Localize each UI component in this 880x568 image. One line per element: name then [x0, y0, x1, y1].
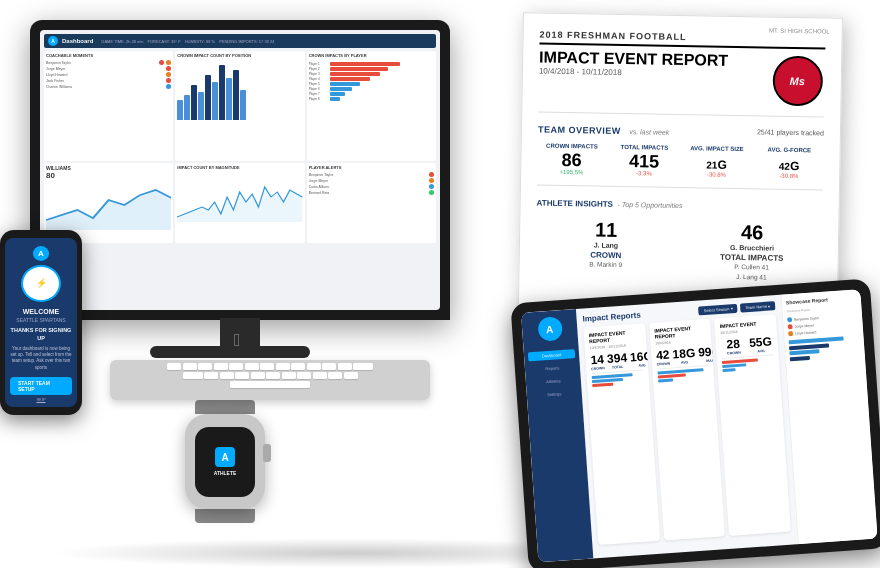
player-name-3: Jack Fisher — [46, 79, 164, 83]
tcard1-stat2: 394 TOTAL — [607, 351, 628, 370]
phone-thanks: THANKS FOR SIGNING UP — [10, 327, 72, 342]
total-insight-name: G. Brucchieri — [682, 243, 822, 252]
report-header-left: IMPACT EVENT REPORT 10/4/2018 - 10/11/20… — [539, 49, 729, 89]
alert-dot-2 — [429, 178, 434, 183]
key — [229, 363, 243, 370]
stat-crown-impacts: CROWN IMPACTS 86 +195.5% — [537, 143, 606, 176]
phone-subtitle: SEATTLE SPARTANS — [16, 317, 65, 324]
player-name-4: Chance Williams — [46, 85, 164, 89]
crown-insight-name: J. Lang — [536, 240, 676, 249]
bar-6 — [212, 82, 218, 120]
player-dot-0b — [166, 60, 171, 65]
player-name-0: Benjamin Taylor — [46, 61, 157, 65]
dashboard: A Dashboard GAME TIME: 2h 38 min FORECAS… — [40, 30, 440, 310]
key — [276, 363, 290, 370]
tablet: A Dashboard Reports Athletes Settings Im… — [510, 277, 880, 568]
player-row-1: Jorge Meyer — [46, 66, 171, 71]
tablet-main: Impact Reports Select Season ▾ Team Name… — [576, 295, 798, 559]
watch-crown-button — [263, 444, 271, 462]
bar-9 — [233, 70, 239, 120]
key — [328, 372, 342, 379]
key — [245, 363, 259, 370]
tcard1-stat2-val: 394 — [607, 351, 628, 366]
tcard3-stat2-val: 55G — [748, 334, 773, 350]
alert-name-1: Benjamin Taylor — [309, 173, 427, 177]
tcard1-date: 10/4/2018 - 10/11/2018 — [590, 343, 642, 351]
team-name-btn[interactable]: Team Name ▾ — [740, 301, 775, 312]
key — [266, 372, 280, 379]
hbar-1: Player 1 — [309, 62, 434, 66]
alert-dot-4 — [429, 190, 434, 195]
stat-value-3: 42G — [755, 154, 824, 173]
tcard2-stat1-lbl: CROWN — [656, 362, 670, 367]
stat-value-2: 21G — [682, 153, 751, 172]
crown-runner-up: B. Markin 9 — [536, 258, 676, 271]
sidebar-item-athletes[interactable]: Athletes — [530, 375, 578, 387]
tablet-report-card-2: IMPACT EVENT REPORT 10/4/2018 42 CROWN 1… — [649, 319, 726, 541]
key — [291, 363, 305, 370]
total-insight: 46 G. Brucchieri TOTAL IMPACTS P. Cullen… — [681, 220, 822, 284]
sidebar-item-dashboard[interactable]: Dashboard — [528, 349, 576, 361]
trp-title: Showcase Report — [786, 294, 857, 305]
watch-strap-top — [195, 400, 255, 414]
insights-header: ATHLETE INSIGHTS - Top 5 Opportunities — [537, 192, 823, 215]
tablet-right-panel: Showcase Report Showcase Report Benjamin… — [780, 289, 877, 544]
mascot-logo: Ms — [772, 55, 823, 106]
key — [183, 363, 197, 370]
crown-impact-position-card: CROWN IMPACT COUNT BY POSITION — [175, 51, 304, 161]
tcard3-stats: 28 CROWN 55G AVG — [721, 334, 774, 356]
tcard3-stat1: 28 CROWN — [721, 336, 747, 356]
phone-skip-button[interactable]: SKIP — [36, 397, 45, 402]
hbar-8: Player 8 — [309, 97, 434, 101]
insights-title: ATHLETE INSIGHTS — [537, 199, 613, 209]
phone-bezel: A ⚡ WELCOME SEATTLE SPARTANS THANKS FOR … — [0, 230, 82, 415]
tcard2-stat2: 18G AVG — [672, 346, 696, 366]
apple-logo-icon:  — [234, 330, 241, 351]
tcard1-title: IMPACT EVENT REPORT — [589, 329, 641, 345]
bar-1 — [177, 100, 183, 120]
crown-insight: 11 J. Lang CROWN B. Markin 9 — [535, 217, 676, 281]
key — [251, 372, 265, 379]
sidebar-item-reports[interactable]: Reports — [529, 362, 577, 374]
hbar-4: Player 4 — [309, 77, 434, 81]
bar-3 — [191, 85, 197, 120]
bar-4 — [198, 92, 204, 120]
player-name-1: Jorge Meyer — [46, 67, 164, 71]
key — [338, 363, 352, 370]
keyboard-row-2 — [118, 372, 422, 379]
stat-label-1: TOTAL IMPACTS — [610, 144, 679, 151]
tablet-page-title: Impact Reports — [582, 311, 641, 324]
select-season-btn[interactable]: Select Season ▾ — [698, 304, 737, 316]
tcard3-stat2: 55G AVG — [748, 334, 774, 354]
main-scene: A Dashboard GAME TIME: 2h 38 min FORECAS… — [0, 0, 880, 568]
keyboard — [110, 360, 430, 400]
tcard1-bar3 — [592, 383, 613, 387]
stat-change-3: -30.8% — [755, 172, 824, 179]
key — [260, 363, 274, 370]
monitor-screen: A Dashboard GAME TIME: 2h 38 min FORECAS… — [40, 30, 440, 310]
tcard1-stat3: 16G AVG — [630, 349, 654, 369]
phone-cta-button[interactable]: START TEAM SETUP — [10, 377, 72, 395]
crown-player-title: CROWN IMPACTS BY PLAYER — [309, 53, 434, 58]
alert-name-3: Curtis Allison — [309, 185, 427, 189]
trp-bars — [789, 335, 861, 360]
williams-value: 80 — [46, 171, 171, 180]
key — [167, 363, 181, 370]
phone-team-logo-inner: ⚡ — [36, 278, 47, 288]
bar-10 — [240, 90, 246, 120]
player-dot-1 — [166, 66, 171, 71]
report-school: MT. SI HIGH SCHOOL — [769, 28, 830, 35]
sidebar-item-settings[interactable]: Settings — [531, 388, 579, 400]
tcard2-stat1: 42 CROWN — [655, 348, 670, 367]
watch-text: ATHLETE — [214, 470, 237, 476]
trp-text-1: Benjamin Taylor — [794, 316, 819, 322]
magnitude-svg — [177, 172, 302, 222]
phone-welcome-text: WELCOME — [23, 308, 60, 315]
bar-8 — [226, 78, 232, 120]
alert-2: Jorge Meyer — [309, 178, 434, 183]
tcard1-stat1-val: 14 — [590, 352, 605, 367]
watch: A ATHLETE — [170, 400, 280, 530]
player-dot-3 — [166, 78, 171, 83]
report-mascot: Ms — [769, 53, 825, 109]
tcard3-date: 10/11/2018 — [720, 327, 772, 335]
